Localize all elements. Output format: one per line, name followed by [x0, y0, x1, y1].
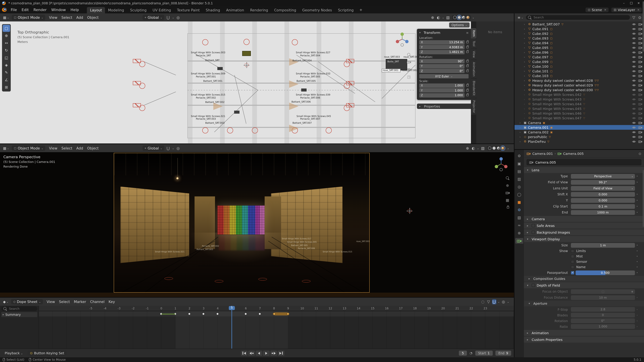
- disable-render-icon[interactable]: [638, 46, 642, 49]
- sidebar-tab[interactable]: View: [471, 49, 476, 60]
- disable-render-icon[interactable]: [638, 51, 642, 54]
- disable-render-icon[interactable]: [638, 140, 642, 143]
- overlays-icon[interactable]: ◐: [471, 146, 476, 151]
- wireframe-shading-icon[interactable]: [488, 146, 491, 150]
- keyframe-diamond[interactable]: [258, 312, 262, 316]
- location-value-field[interactable]: Y4.9383 m: [419, 45, 464, 49]
- hide-viewport-icon[interactable]: [632, 46, 636, 49]
- hide-viewport-icon[interactable]: [632, 37, 636, 40]
- select-box-tool[interactable]: ▢: [3, 25, 10, 32]
- navigation-gizmo[interactable]: [494, 156, 509, 173]
- collapsed-panel[interactable]: ▸Custom Properties: [524, 336, 644, 343]
- aperture-field[interactable]: 0°: [571, 319, 635, 323]
- expand-icon[interactable]: ›: [524, 102, 526, 105]
- rotation-mode-dropdown[interactable]: XYZ Euler⌄: [419, 74, 468, 78]
- panel-checkbox[interactable]: [532, 231, 535, 234]
- expand-icon[interactable]: ›: [524, 37, 526, 40]
- outliner-row[interactable]: › ▽ Cube.093 ▢: [514, 36, 644, 40]
- menu-item[interactable]: Edit: [19, 7, 31, 12]
- keyframe-diamond[interactable]: [244, 312, 247, 316]
- outliner-row[interactable]: › ▽ Cube.091 ▢: [514, 26, 644, 31]
- workspace-tab[interactable]: Scripting: [335, 7, 356, 13]
- menu-item[interactable]: Window: [49, 7, 68, 12]
- outliner-row[interactable]: › ▽ Cube.099 ▢: [514, 59, 644, 64]
- hide-viewport-icon[interactable]: [632, 55, 636, 58]
- channel-search[interactable]: [1, 306, 37, 311]
- hide-viewport-icon[interactable]: [632, 74, 636, 77]
- viewport-menu-item[interactable]: Object: [85, 145, 100, 151]
- outliner-row[interactable]: › ▽ Cube.100 ▢: [514, 64, 644, 69]
- snap-magnet-icon[interactable]: ⋃: [166, 146, 170, 151]
- tab-scene[interactable]: ◎: [515, 184, 523, 190]
- selected-keyframe-range[interactable]: [274, 312, 288, 316]
- outliner-row[interactable]: › ▽ Cube.092 ▢: [514, 31, 644, 36]
- outliner-row[interactable]: › ⚙ Heavy duty swivel caster wheel.030 ▽…: [514, 87, 644, 92]
- workspace-tab[interactable]: UV Editing: [150, 7, 174, 13]
- expand-icon[interactable]: ›: [524, 112, 526, 115]
- outliner-scrollbar[interactable]: [643, 1, 644, 52]
- hide-viewport-icon[interactable]: [632, 131, 636, 134]
- material-preview-icon[interactable]: [462, 16, 465, 19]
- snap-toggled-icon[interactable]: ⋃: [492, 299, 496, 304]
- disable-render-icon[interactable]: [638, 135, 642, 138]
- editor-type-button[interactable]: ◆⌄: [2, 299, 10, 304]
- hide-viewport-icon[interactable]: [632, 121, 636, 124]
- aperture-field[interactable]: 1.000: [571, 324, 635, 329]
- tab-physics[interactable]: ≈: [515, 223, 523, 228]
- lens-unit-dropdown[interactable]: Field of View⌄: [571, 186, 635, 191]
- expand-icon[interactable]: ›: [524, 65, 526, 68]
- hide-viewport-icon[interactable]: [632, 140, 636, 143]
- pin-icon[interactable]: ⊙: [638, 152, 641, 156]
- proportional-edit-icon[interactable]: ◎: [176, 15, 180, 20]
- sidebar-tab[interactable]: Item: [471, 28, 476, 39]
- outliner-row[interactable]: › ⚙ Heavy duty swivel caster wheel.029 ▽…: [514, 83, 644, 87]
- disable-render-icon[interactable]: [638, 102, 642, 105]
- location-value-field[interactable]: Z1.4821 m: [419, 50, 464, 54]
- workspace-tab[interactable]: Layout: [87, 7, 105, 13]
- clip-start-field[interactable]: 0.1 m: [571, 204, 635, 209]
- annotate-tool[interactable]: ✎: [3, 69, 10, 76]
- viewport-menu-item[interactable]: Object: [85, 15, 100, 20]
- workspace-tab[interactable]: Geometry Nodes: [299, 7, 335, 13]
- collapsed-panel[interactable]: ▸Camera: [524, 216, 644, 222]
- disable-render-icon[interactable]: [638, 84, 642, 87]
- lock-view-icon[interactable]: [505, 205, 510, 210]
- tab-particles[interactable]: ▧: [515, 215, 523, 221]
- dof-checkbox[interactable]: [532, 284, 535, 287]
- disable-render-icon[interactable]: [638, 37, 642, 40]
- collapsed-panel[interactable]: ▸Background Images: [524, 229, 644, 235]
- lock-icon[interactable]: [466, 41, 468, 43]
- hide-viewport-icon[interactable]: [632, 69, 636, 72]
- size-field[interactable]: 1 m: [571, 243, 635, 248]
- scale-value-field[interactable]: Z1.000: [419, 93, 464, 97]
- tab-output[interactable]: ▤: [515, 169, 523, 174]
- expand-icon[interactable]: ›: [520, 126, 522, 129]
- scale-value-field[interactable]: Y1.000: [419, 88, 464, 92]
- keyframe-diamond[interactable]: [202, 312, 205, 316]
- jump-to-end-button[interactable]: [278, 351, 284, 356]
- viewport-menu-item[interactable]: View: [47, 15, 59, 20]
- overlays-icon[interactable]: ◐: [436, 15, 441, 20]
- scale-value-field[interactable]: X1.000: [419, 83, 464, 88]
- expand-icon[interactable]: ›: [520, 131, 522, 134]
- workspace-tab[interactable]: Modeling: [105, 7, 127, 13]
- rotation-value-field[interactable]: X90°: [419, 59, 464, 63]
- channel-search-input[interactable]: [8, 307, 32, 311]
- disable-render-icon[interactable]: [638, 32, 642, 35]
- disable-render-icon[interactable]: [638, 27, 642, 30]
- rotation-value-field[interactable]: Z0°: [419, 69, 464, 73]
- sidebar-tab[interactable]: Tool: [471, 39, 476, 49]
- expand-icon[interactable]: ›: [520, 121, 522, 124]
- outliner-search[interactable]: [526, 15, 630, 20]
- shift-x-field[interactable]: 0.000: [571, 192, 635, 197]
- lock-icon[interactable]: [466, 51, 468, 53]
- grid-icon[interactable]: ▦: [406, 67, 411, 72]
- editor-type-button[interactable]: ▦⌄: [2, 146, 10, 150]
- focus-object-field[interactable]: ▢◉: [571, 289, 635, 294]
- lock-icon[interactable]: [466, 84, 468, 86]
- filter-icon[interactable]: ▽: [632, 15, 636, 20]
- workspace-tab[interactable]: Texture Paint: [174, 7, 203, 13]
- expand-icon[interactable]: ›: [524, 88, 526, 91]
- hide-viewport-icon[interactable]: [632, 60, 636, 63]
- lens-type-dropdown[interactable]: Perspective⌄: [571, 174, 635, 178]
